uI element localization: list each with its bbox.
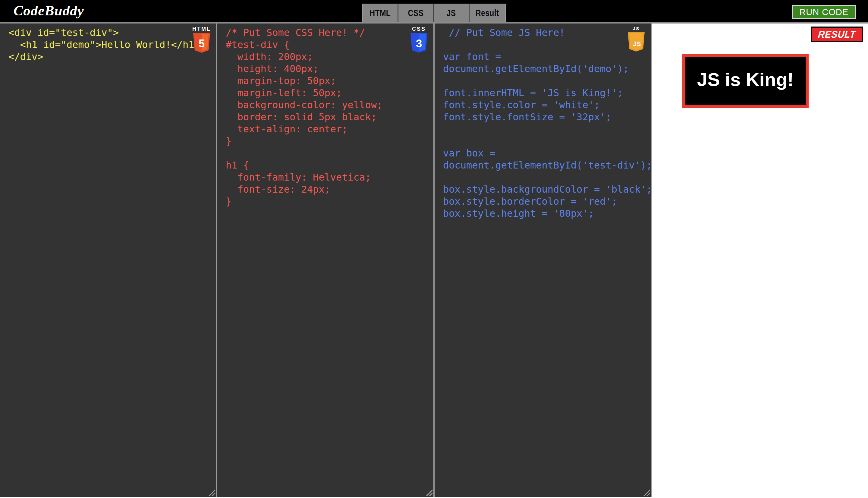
- html-editor-panel: <div id="test-div"> <h1 id="demo">Hello …: [0, 24, 217, 497]
- app-logo: CodeBuddy: [14, 2, 84, 19]
- top-bar: CodeBuddy HTML CSS JS Result RUN CODE: [0, 0, 868, 24]
- css-code-editor[interactable]: /* Put Some CSS Here! */ #test-div { wid…: [217, 24, 433, 497]
- html-code-editor[interactable]: <div id="test-div"> <h1 id="demo">Hello …: [0, 24, 216, 497]
- result-badge-label: RESULT: [818, 29, 856, 40]
- tab-js-label: JS: [447, 8, 456, 18]
- js-code-editor[interactable]: // Put Some JS Here! var font = document…: [435, 24, 651, 497]
- tab-html[interactable]: HTML: [363, 4, 398, 22]
- result-badge: RESULT: [811, 27, 863, 42]
- js-editor-panel: // Put Some JS Here! var font = document…: [435, 24, 652, 497]
- result-output-box: JS is King!: [682, 54, 809, 108]
- run-code-button[interactable]: RUN CODE: [792, 5, 856, 19]
- css-editor-panel: /* Put Some CSS Here! */ #test-div { wid…: [217, 24, 435, 497]
- tab-js[interactable]: JS: [434, 4, 470, 22]
- tab-result[interactable]: Result: [470, 4, 505, 22]
- tab-html-label: HTML: [370, 8, 391, 18]
- tab-css[interactable]: CSS: [398, 4, 434, 22]
- editor-area: <div id="test-div"> <h1 id="demo">Hello …: [0, 24, 868, 497]
- tab-css-label: CSS: [408, 8, 424, 18]
- result-heading: JS is King!: [685, 69, 806, 90]
- tab-bar: HTML CSS JS Result: [362, 4, 506, 22]
- tab-result-label: Result: [476, 8, 499, 18]
- result-panel: RESULT JS is King!: [652, 24, 868, 497]
